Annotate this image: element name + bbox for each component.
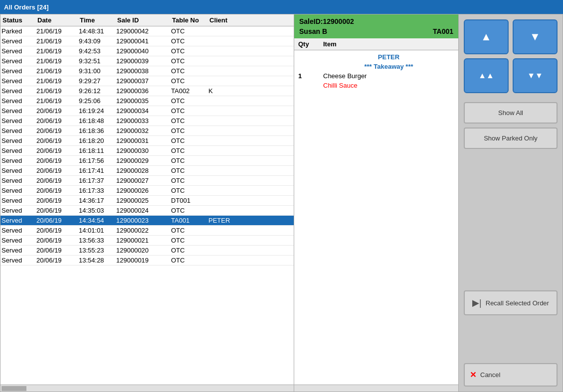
detail-customer-row: Susan B TA001 bbox=[299, 27, 453, 35]
row-saleid: 129000032 bbox=[116, 127, 171, 134]
row-date: 20/06/19 bbox=[36, 177, 79, 184]
row-client bbox=[208, 187, 293, 194]
row-tableno: OTC bbox=[171, 147, 208, 154]
scroll-up-button[interactable]: ▲ bbox=[464, 19, 509, 54]
row-client bbox=[208, 227, 293, 234]
item-qty bbox=[298, 82, 323, 89]
table-row[interactable]: Served 20/06/19 16:18:11 129000030 OTC bbox=[0, 146, 294, 156]
table-row[interactable]: Served 20/06/19 16:18:20 129000031 OTC bbox=[0, 136, 294, 146]
bottom-spacer bbox=[464, 319, 558, 359]
row-time: 16:19:24 bbox=[79, 107, 116, 115]
detail-qty-header: Qty bbox=[298, 40, 323, 48]
col-header-saleid: Sale ID bbox=[116, 16, 171, 24]
table-row[interactable]: Served 20/06/19 16:17:33 129000026 OTC bbox=[0, 186, 294, 196]
scroll-down-button[interactable]: ▼ bbox=[513, 19, 558, 54]
cancel-button[interactable]: ✕ Cancel bbox=[464, 363, 558, 387]
row-time: 16:18:20 bbox=[79, 137, 116, 144]
detail-header: SaleID:12900002 Susan B TA001 bbox=[294, 14, 458, 38]
table-row[interactable]: Served 20/06/19 14:34:54 129000023 TA001… bbox=[0, 216, 294, 226]
table-row[interactable]: Served 20/06/19 14:01:01 129000022 OTC bbox=[0, 226, 294, 236]
table-row[interactable]: Served 20/06/19 13:55:23 129000020 OTC bbox=[0, 246, 294, 256]
row-time: 13:54:28 bbox=[79, 257, 116, 264]
table-row[interactable]: Served 20/06/19 13:56:33 129000021 OTC bbox=[0, 236, 294, 246]
row-status: Served bbox=[1, 227, 36, 234]
show-parked-only-button[interactable]: Show Parked Only bbox=[464, 128, 558, 149]
row-date: 20/06/19 bbox=[36, 167, 79, 174]
row-time: 13:56:33 bbox=[79, 237, 116, 244]
row-date: 20/06/19 bbox=[36, 217, 79, 224]
row-client bbox=[208, 77, 293, 85]
table-row[interactable]: Served 20/06/19 16:18:48 129000033 OTC bbox=[0, 116, 294, 126]
table-row[interactable]: Served 20/06/19 16:17:56 129000029 OTC bbox=[0, 156, 294, 166]
row-tableno: OTC bbox=[171, 117, 208, 125]
table-row[interactable]: Served 20/06/19 16:17:37 129000027 OTC bbox=[0, 176, 294, 186]
row-client bbox=[208, 107, 293, 115]
item-qty bbox=[298, 63, 323, 70]
table-row[interactable]: Served 21/06/19 9:25:06 129000035 OTC bbox=[0, 96, 294, 106]
table-row[interactable]: Served 21/06/19 9:29:27 129000037 OTC bbox=[0, 76, 294, 86]
row-tableno: OTC bbox=[171, 127, 208, 134]
table-row[interactable]: Parked 21/06/19 14:48:31 129000042 OTC bbox=[0, 26, 294, 36]
row-saleid: 129000028 bbox=[116, 167, 171, 174]
row-tableno: OTC bbox=[171, 97, 208, 105]
table-row[interactable]: Served 20/06/19 16:17:41 129000028 OTC bbox=[0, 166, 294, 176]
scroll-bottom-button[interactable]: ▼▼ bbox=[513, 58, 558, 93]
row-tableno: OTC bbox=[171, 227, 208, 234]
col-header-client: Client bbox=[208, 16, 293, 24]
row-date: 20/06/19 bbox=[36, 187, 79, 194]
table-row[interactable]: Served 20/06/19 16:19:24 129000034 OTC bbox=[0, 106, 294, 116]
row-client: PETER bbox=[208, 217, 293, 224]
table-row[interactable]: Served 21/06/19 9:43:09 129000041 OTC bbox=[0, 36, 294, 46]
row-saleid: 129000021 bbox=[116, 237, 171, 244]
table-row[interactable]: Served 21/06/19 9:31:00 129000038 OTC bbox=[0, 66, 294, 76]
row-saleid: 129000023 bbox=[116, 217, 171, 224]
table-row[interactable]: Served 21/06/19 9:26:12 129000036 TA002 … bbox=[0, 86, 294, 96]
row-tableno: OTC bbox=[171, 167, 208, 174]
table-row[interactable]: Served 21/06/19 9:42:53 129000040 OTC bbox=[0, 46, 294, 56]
row-time: 16:18:48 bbox=[79, 117, 116, 125]
row-status: Served bbox=[1, 187, 36, 194]
row-saleid: 129000020 bbox=[116, 247, 171, 254]
row-date: 20/06/19 bbox=[36, 137, 79, 144]
row-date: 21/06/19 bbox=[36, 57, 79, 65]
row-saleid: 129000040 bbox=[116, 47, 171, 55]
row-date: 21/06/19 bbox=[36, 27, 79, 35]
show-all-button[interactable]: Show All bbox=[464, 102, 558, 124]
row-saleid: 129000035 bbox=[116, 97, 171, 105]
row-time: 13:55:23 bbox=[79, 247, 116, 254]
orders-scrollbar[interactable] bbox=[0, 385, 294, 392]
row-time: 14:48:31 bbox=[79, 27, 116, 35]
table-row[interactable]: Served 21/06/19 9:32:51 129000039 OTC bbox=[0, 56, 294, 66]
table-row[interactable]: Served 20/06/19 16:18:36 129000032 OTC bbox=[0, 126, 294, 136]
row-time: 16:17:37 bbox=[79, 177, 116, 184]
recall-selected-order-label: Recall Selected Order bbox=[486, 299, 549, 307]
col-header-date: Date bbox=[36, 16, 79, 24]
orders-table-body[interactable]: Parked 21/06/19 14:48:31 129000042 OTC S… bbox=[0, 26, 294, 385]
row-time: 14:01:01 bbox=[79, 227, 116, 234]
row-tableno: OTC bbox=[171, 67, 208, 75]
scroll-top-button[interactable]: ▲▲ bbox=[464, 58, 509, 93]
detail-scrollbar[interactable] bbox=[294, 385, 458, 392]
row-client bbox=[208, 117, 293, 125]
row-status: Served bbox=[1, 77, 36, 85]
table-row[interactable]: Served 20/06/19 13:54:28 129000019 OTC bbox=[0, 256, 294, 265]
row-saleid: 129000029 bbox=[116, 157, 171, 164]
row-status: Served bbox=[1, 237, 36, 244]
row-saleid: 129000025 bbox=[116, 197, 171, 204]
row-client bbox=[208, 137, 293, 144]
orders-table-header: Status Date Time Sale ID Table No Client bbox=[0, 14, 294, 26]
row-tableno: OTC bbox=[171, 37, 208, 45]
row-client bbox=[208, 197, 293, 204]
row-tableno: OTC bbox=[171, 237, 208, 244]
row-saleid: 129000038 bbox=[116, 67, 171, 75]
table-row[interactable]: Served 20/06/19 14:35:03 129000024 OTC bbox=[0, 206, 294, 216]
row-date: 20/06/19 bbox=[36, 247, 79, 254]
table-row[interactable]: Served 20/06/19 14:36:17 129000025 DT001 bbox=[0, 196, 294, 206]
row-tableno: DT001 bbox=[171, 197, 208, 204]
row-date: 21/06/19 bbox=[36, 37, 79, 45]
row-status: Parked bbox=[1, 27, 36, 35]
row-saleid: 129000026 bbox=[116, 187, 171, 194]
row-time: 9:31:00 bbox=[79, 67, 116, 75]
row-tableno: OTC bbox=[171, 177, 208, 184]
recall-selected-order-button[interactable]: ▶| Recall Selected Order bbox=[464, 290, 558, 315]
